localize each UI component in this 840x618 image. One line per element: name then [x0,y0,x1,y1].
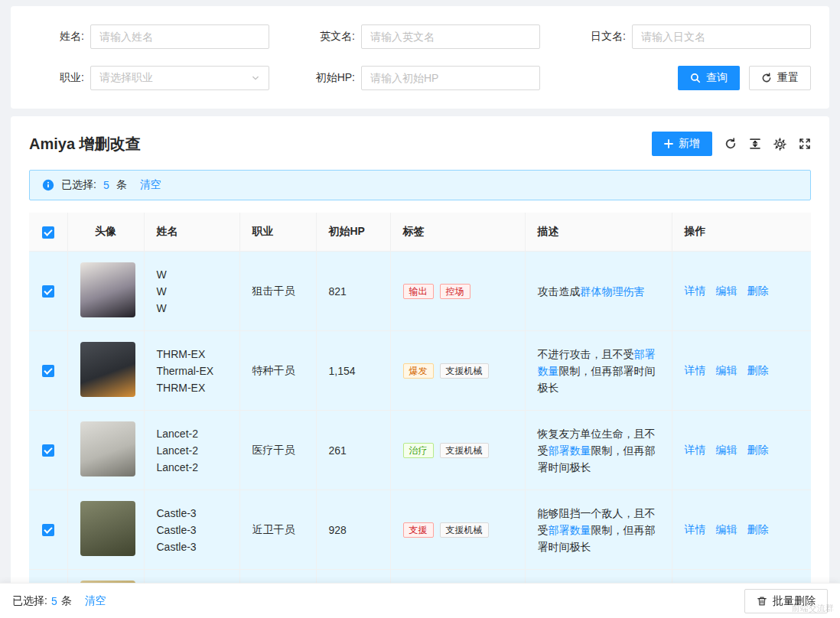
name-cell: WWW [144,252,239,331]
actions-cell: 详情编辑删除 [672,331,811,411]
footer-clear-link[interactable]: 清空 [85,594,106,608]
form-item-profession: 职业: 请选择职业 [29,66,269,90]
name-line: Lancet-2 [157,442,227,459]
action-edit[interactable]: 编辑 [716,444,737,456]
tag: 支援 [403,522,434,538]
table-row: Castle-3Castle-3Castle-3近卫干员928支援支援机械能够阻… [29,490,811,570]
form-item-japanese-name: 日文名: [571,24,811,49]
action-delete[interactable]: 删除 [747,444,769,456]
action-detail[interactable]: 详情 [685,285,706,297]
name-line: W [157,266,227,283]
footer-selected-count: 5 [51,595,57,607]
column-header-name: 姓名 [144,213,239,252]
description-text: 攻击造成 [538,285,581,298]
tags-cell: 输出控场 [390,252,525,331]
fullscreen-icon[interactable] [799,138,811,150]
description-cell: 恢复友方单位生命，且不受部署数量限制，但再部署时间极长 [525,411,672,490]
profession-label: 职业: [29,71,84,85]
action-edit[interactable]: 编辑 [716,285,737,297]
row-checkbox[interactable] [42,524,54,536]
trash-icon [757,596,767,607]
name-line: Lancet-2 [157,459,227,476]
action-detail[interactable]: 详情 [685,444,706,456]
batch-delete-button[interactable]: 批量删除 [744,589,828,613]
initial-hp-input[interactable] [361,66,540,90]
avatar-thrm-ex [80,342,135,397]
table-card: Amiya 增删改查 新增 [11,116,829,618]
column-header-profession: 职业 [239,213,316,252]
name-label: 姓名: [29,30,84,44]
tag: 治疗 [403,443,434,458]
profession-cell: 特种干员 [239,331,316,411]
name-line: Lancet-2 [157,425,227,442]
avatar-w [80,262,135,317]
description-highlight: 群体物理伤害 [581,285,645,298]
japanese-name-input[interactable] [632,24,811,49]
tags-cell: 支援支援机械 [390,490,525,570]
action-detail[interactable]: 详情 [685,523,706,535]
selection-alert: 已选择: 5 条 清空 [29,170,811,200]
action-delete[interactable]: 删除 [747,364,769,376]
footer-selected-label: 已选择: [12,594,47,608]
description-highlight: 部署数量 [549,524,591,536]
chevron-down-icon [251,73,260,83]
column-header-avatar: 头像 [67,213,144,252]
name-line: W [157,283,227,300]
table-header-row: 头像 姓名 职业 初始HP 标签 描述 操作 [29,213,811,252]
page: 姓名: 英文名: 日文名: 职业: 请选择职业 [0,0,840,618]
add-button[interactable]: 新增 [652,132,712,156]
query-button-label: 查询 [706,71,728,85]
profession-select-placeholder: 请选择职业 [99,71,153,85]
alert-clear-link[interactable]: 清空 [140,178,161,192]
description-cell: 能够阻挡一个敌人，且不受部署数量限制，但再部署时间极长 [525,490,672,570]
reset-button-label: 重置 [777,71,799,85]
name-line: THRM-EX [157,346,227,363]
actions-cell: 详情编辑删除 [672,490,811,570]
toolbar: 新增 [652,132,811,156]
action-detail[interactable]: 详情 [685,364,706,376]
table-row: Lancet-2Lancet-2Lancet-2医疗干员261治疗支援机械恢复友… [29,411,811,490]
info-circle-icon [42,179,54,191]
tags-cell: 爆发支援机械 [390,331,525,411]
plus-icon [664,139,673,148]
settings-gear-icon[interactable] [773,138,786,151]
name-line: Thermal-EX [157,363,227,379]
reload-icon[interactable] [724,138,737,150]
action-delete[interactable]: 删除 [747,285,769,297]
query-button[interactable]: 查询 [678,66,740,90]
name-cell: THRM-EXThermal-EXTHRM-EX [144,331,239,411]
avatar-lancet-2 [80,421,135,477]
actions-cell: 详情编辑删除 [672,411,811,490]
english-name-input[interactable] [361,24,540,49]
form-item-english-name: 英文名: [300,24,540,49]
row-checkbox[interactable] [42,365,54,377]
table-row: WWW狙击干员821输出控场攻击造成群体物理伤害详情编辑删除 [29,252,811,331]
hp-cell: 261 [316,411,390,490]
description-highlight: 部署数量 [549,444,591,457]
form-item-name: 姓名: [29,24,269,49]
description-cell: 不进行攻击，且不受部署数量限制，但再部署时间极长 [525,331,672,411]
name-line: Castle-3 [157,522,227,538]
action-edit[interactable]: 编辑 [716,364,737,376]
description-text: 不进行攻击，且不受 [538,348,634,360]
tag: 爆发 [403,363,434,379]
profession-cell: 近卫干员 [239,490,316,570]
name-line: THRM-EX [157,379,227,396]
alert-selected-unit: 条 [116,178,127,192]
column-header-initial-hp: 初始HP [316,213,390,252]
select-all-checkbox[interactable] [42,226,54,239]
data-table: 头像 姓名 职业 初始HP 标签 描述 操作 WWW狙击干员821输出控场攻击造… [29,213,811,618]
reset-button[interactable]: 重置 [749,66,811,90]
row-checkbox[interactable] [42,444,54,457]
initial-hp-label: 初始HP: [300,71,355,85]
action-edit[interactable]: 编辑 [716,523,737,535]
profession-cell: 医疗干员 [239,411,316,490]
name-input[interactable] [90,24,269,49]
english-name-label: 英文名: [300,30,355,44]
column-height-icon[interactable] [749,138,761,150]
row-checkbox[interactable] [42,285,54,298]
action-delete[interactable]: 删除 [747,523,769,535]
profession-select[interactable]: 请选择职业 [90,66,269,90]
name-cell: Castle-3Castle-3Castle-3 [144,490,239,570]
add-button-label: 新增 [679,137,700,151]
